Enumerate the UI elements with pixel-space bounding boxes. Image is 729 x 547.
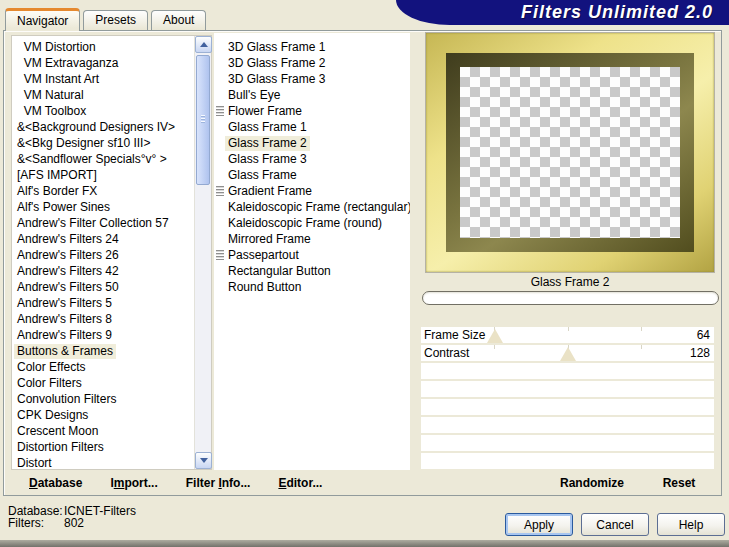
filter-item[interactable]: Kaleidoscopic Frame (rectangular) (214, 199, 410, 215)
category-item[interactable]: Andrew's Filters 50 (12, 279, 194, 295)
filter-item[interactable]: Gradient Frame (214, 183, 410, 199)
scrollbar-thumb[interactable] (196, 55, 210, 185)
category-item[interactable]: Andrew's Filters 5 (12, 295, 194, 311)
preset-marker-icon (216, 186, 224, 196)
category-item-label: VM Extravaganza (14, 56, 121, 71)
category-item[interactable]: Andrew's Filter Collection 57 (12, 215, 194, 231)
filter-item-label: Passepartout (225, 248, 302, 263)
category-item[interactable]: Andrew's Filters 8 (12, 311, 194, 327)
category-item-label: Andrew's Filters 26 (14, 248, 122, 263)
category-item[interactable]: Distort (12, 455, 194, 469)
filter-item[interactable]: Glass Frame (214, 167, 410, 183)
editor-button[interactable]: Editor... (278, 476, 322, 490)
category-item[interactable]: Color Effects (12, 359, 194, 375)
help-button[interactable]: Help (657, 513, 725, 536)
filter-item-label: Glass Frame (225, 168, 300, 183)
reset-button[interactable]: Reset (649, 476, 709, 490)
control-row[interactable]: Frame Size64 (421, 327, 714, 343)
category-item[interactable]: Convolution Filters (12, 391, 194, 407)
filter-item[interactable]: Mirrored Frame (214, 231, 410, 247)
category-item[interactable]: &<Background Designers IV> (12, 119, 194, 135)
randomize-button[interactable]: Randomize (537, 476, 647, 490)
slider-thumb[interactable] (487, 329, 503, 343)
category-item-label: Distortion Filters (14, 440, 107, 455)
category-item-label: &<Bkg Designer sf10 III> (14, 136, 153, 151)
navigator-tab-page: ✻ ✽ ✻ Pinuccia VM Distortion VM Extravag… (3, 30, 722, 496)
category-item[interactable]: Andrew's Filters 9 (12, 327, 194, 343)
chevron-up-icon (200, 42, 208, 47)
empty-control-row (421, 381, 714, 397)
category-item[interactable]: VM Instant Art (12, 71, 194, 87)
preset-marker-icon (216, 250, 224, 260)
filter-list: 3D Glass Frame 13D Glass Frame 23D Glass… (214, 33, 410, 470)
filter-item[interactable]: Passepartout (214, 247, 410, 263)
scroll-up-button[interactable] (195, 36, 212, 53)
category-item[interactable]: VM Distortion (12, 39, 194, 55)
category-item-label: Convolution Filters (14, 392, 119, 407)
toolbar-label-post: atabase (38, 476, 83, 490)
filter-item[interactable]: 3D Glass Frame 3 (214, 71, 410, 87)
filter-item[interactable]: Round Button (214, 279, 410, 295)
cancel-button[interactable]: Cancel (581, 513, 649, 536)
filter-item[interactable]: Rectangular Button (214, 263, 410, 279)
tab-presets[interactable]: Presets (83, 10, 148, 30)
filter-item[interactable]: Kaleidoscopic Frame (round) (214, 215, 410, 231)
category-list-items: VM Distortion VM Extravaganza VM Instant… (12, 36, 194, 469)
category-item[interactable]: &<Bkg Designer sf10 III> (12, 135, 194, 151)
filter-item-label: Glass Frame 2 (225, 136, 310, 151)
toolbar-label-post: port... (124, 476, 157, 490)
category-item[interactable]: VM Toolbox (12, 103, 194, 119)
category-item[interactable]: Andrew's Filters 24 (12, 231, 194, 247)
filter-item-label: 3D Glass Frame 1 (225, 40, 328, 55)
category-item-label: Buttons & Frames (14, 344, 116, 359)
bottom-toolbar: DatabaseImport...Filter Info...Editor... (29, 476, 322, 490)
control-row[interactable]: Contrast128 (421, 345, 714, 361)
control-label: Contrast (424, 345, 469, 361)
category-item-label: &<Background Designers IV> (14, 120, 178, 135)
category-scrollbar[interactable] (194, 36, 211, 469)
category-item[interactable]: CPK Designs (12, 407, 194, 423)
category-item[interactable]: Andrew's Filters 42 (12, 263, 194, 279)
filters-unlimited-window: Filters Unlimited 2.0 Navigator Presets … (0, 0, 729, 547)
filters-label: Filters: (8, 517, 64, 529)
category-item[interactable]: Alf's Power Sines (12, 199, 194, 215)
category-item-label: Crescent Moon (14, 424, 101, 439)
empty-control-row (421, 363, 714, 379)
filter-info-button[interactable]: Filter Info... (186, 476, 251, 490)
filter-item[interactable]: Glass Frame 1 (214, 119, 410, 135)
category-item[interactable]: [AFS IMPORT] (12, 167, 194, 183)
slider-thumb[interactable] (560, 347, 576, 361)
category-item[interactable]: VM Extravaganza (12, 55, 194, 71)
category-item[interactable]: Andrew's Filters 26 (12, 247, 194, 263)
filter-item[interactable]: Glass Frame 2 (214, 135, 410, 151)
category-item[interactable]: Alf's Border FX (12, 183, 194, 199)
filter-item-label: 3D Glass Frame 3 (225, 72, 328, 87)
control-label: Frame Size (424, 327, 485, 343)
slider-tick (568, 327, 569, 331)
database-button[interactable]: Database (29, 476, 82, 490)
category-item[interactable]: Distortion Filters (12, 439, 194, 455)
filter-item-label: Mirrored Frame (225, 232, 314, 247)
scroll-down-button[interactable] (195, 452, 212, 469)
filter-item-label: Kaleidoscopic Frame (round) (225, 216, 385, 231)
category-item[interactable]: Buttons & Frames (12, 343, 194, 359)
filter-item[interactable]: Flower Frame (214, 103, 410, 119)
filter-item[interactable]: Bull's Eye (214, 87, 410, 103)
category-item[interactable]: Crescent Moon (12, 423, 194, 439)
filter-item[interactable]: 3D Glass Frame 1 (214, 39, 410, 55)
tab-navigator[interactable]: Navigator (5, 8, 80, 31)
tab-about[interactable]: About (151, 10, 206, 30)
category-item[interactable]: Color Filters (12, 375, 194, 391)
preview-gold-frame (426, 33, 714, 272)
slider-tick (641, 345, 642, 349)
filter-item[interactable]: Glass Frame 3 (214, 151, 410, 167)
import-button[interactable]: Import... (110, 476, 157, 490)
filter-item[interactable]: 3D Glass Frame 2 (214, 55, 410, 71)
category-item-label: Andrew's Filters 5 (14, 296, 115, 311)
category-item[interactable]: VM Natural (12, 87, 194, 103)
apply-button[interactable]: Apply (505, 513, 573, 536)
title-banner: Filters Unlimited 2.0 (396, 0, 729, 25)
control-value: 128 (690, 345, 710, 361)
empty-control-row (421, 399, 714, 415)
category-item[interactable]: &<Sandflower Specials°v° > (12, 151, 194, 167)
